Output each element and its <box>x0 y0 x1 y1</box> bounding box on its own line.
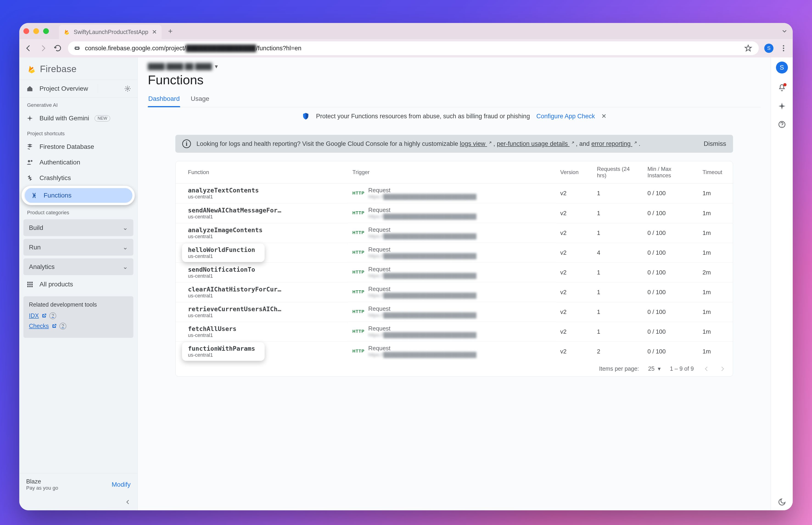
shield-icon <box>302 112 310 120</box>
svg-rect-16 <box>29 284 31 285</box>
link-checks[interactable]: Checks ? <box>29 322 128 330</box>
address-bar[interactable]: console.firebase.google.com/project/████… <box>68 41 759 55</box>
next-page[interactable] <box>719 365 726 372</box>
related-tools: Related development tools IDX ? Checks ? <box>24 296 133 338</box>
tab-close-icon[interactable]: ✕ <box>152 29 157 35</box>
prev-page[interactable] <box>703 365 710 372</box>
auth-icon <box>26 159 34 166</box>
configure-app-check[interactable]: Configure App Check <box>536 113 595 120</box>
svg-point-9 <box>31 160 33 162</box>
sidebar-item-label: Functions <box>44 192 72 199</box>
svg-rect-13 <box>29 282 31 283</box>
plan-row: Blaze Pay as you go Modify <box>19 473 138 496</box>
new-tab-button[interactable]: + <box>165 27 176 35</box>
forward-button[interactable] <box>38 44 48 53</box>
crashlytics-icon <box>26 175 34 181</box>
sidebar-item-firestore[interactable]: Firestore Database <box>19 139 138 154</box>
minimize-window[interactable] <box>33 28 39 34</box>
firestore-icon <box>26 143 34 150</box>
collapse-sidebar[interactable] <box>19 496 138 510</box>
sparkle-icon[interactable] <box>778 102 786 110</box>
category-label: Build <box>29 224 43 231</box>
external-link-icon <box>52 324 57 329</box>
category-analytics[interactable]: Analytics⌄ <box>24 258 133 275</box>
browser-menu-icon[interactable] <box>779 44 788 53</box>
sidebar-footer: Blaze Pay as you go Modify <box>19 473 138 510</box>
all-products[interactable]: All products <box>19 276 138 292</box>
maximize-window[interactable] <box>43 28 49 34</box>
grid-icon <box>26 281 34 288</box>
breadcrumb[interactable]: ████ ████ ██ ████ ▾ <box>148 63 761 70</box>
svg-rect-12 <box>27 282 29 283</box>
browser-tab[interactable]: SwiftyLaunchProductTestApp ✕ <box>59 25 161 39</box>
link-error-reporting[interactable]: error reporting <box>591 140 637 147</box>
http-badge: HTTP <box>352 309 364 314</box>
banner-text: Looking for logs and health reporting? V… <box>197 140 640 147</box>
functions-icon <box>31 192 38 199</box>
sidebar-item-crashlytics[interactable]: Crashlytics <box>19 170 138 186</box>
table-row[interactable]: sendANewAIChatMessageForCurrentU…us-cent… <box>175 203 733 223</box>
site-info-icon[interactable] <box>74 45 80 51</box>
tab-usage[interactable]: Usage <box>190 92 210 107</box>
svg-rect-18 <box>27 286 29 287</box>
category-label: Run <box>29 244 41 251</box>
settings-gear-icon[interactable] <box>124 85 131 92</box>
close-icon[interactable]: ✕ <box>601 112 607 120</box>
appcheck-text: Protect your Functions resources from ab… <box>316 113 530 120</box>
link-logs-view[interactable]: logs view <box>460 140 492 147</box>
related-tools-title: Related development tools <box>29 301 128 308</box>
plan-name: Blaze <box>26 478 58 485</box>
close-window[interactable] <box>24 28 29 34</box>
col-trigger: Trigger <box>348 161 556 183</box>
ipp-select[interactable]: 25 ▾ <box>648 365 661 372</box>
profile-avatar[interactable]: S <box>764 44 774 53</box>
modify-plan[interactable]: Modify <box>112 481 130 488</box>
page-range: 1 – 9 of 9 <box>670 365 694 372</box>
build-with-gemini[interactable]: Build with Gemini NEW <box>19 110 138 126</box>
project-overview[interactable]: Project Overview <box>19 80 138 97</box>
page-title: Functions <box>148 72 761 87</box>
category-label: Analytics <box>29 263 54 271</box>
http-badge: HTTP <box>352 289 364 295</box>
brand-row[interactable]: Firebase <box>19 57 138 80</box>
link-usage-details[interactable]: per-function usage details <box>497 140 574 147</box>
http-badge: HTTP <box>352 270 364 275</box>
category-run[interactable]: Run⌄ <box>24 239 133 256</box>
svg-rect-20 <box>31 286 33 287</box>
svg-point-8 <box>28 160 30 162</box>
external-link-icon <box>632 141 637 146</box>
table-row[interactable]: analyzeTextContentsus-central1HTTPReques… <box>175 183 733 204</box>
table-row[interactable]: helloWorldFunctionus-central1HTTPRequest… <box>175 243 733 262</box>
table-row[interactable]: retrieveCurrentUsersAIChatMessag…us-cent… <box>175 302 733 322</box>
svg-rect-19 <box>29 286 31 287</box>
link-idx[interactable]: IDX ? <box>29 312 128 319</box>
svg-rect-15 <box>27 284 29 285</box>
bookmark-star-icon[interactable] <box>744 44 753 53</box>
account-avatar[interactable]: S <box>776 62 788 74</box>
table-row[interactable]: fetchAllUsersus-central1HTTPRequesthttps… <box>175 322 733 342</box>
table-row[interactable]: functionWithParamsus-central1HTTPRequest… <box>175 342 733 361</box>
notifications-icon[interactable] <box>778 84 786 92</box>
tab-dashboard[interactable]: Dashboard <box>148 92 180 107</box>
help-icon[interactable]: ? <box>60 323 66 330</box>
sidebar-item-functions[interactable]: Functions <box>19 188 135 203</box>
table-row[interactable]: clearAIChatHistoryForCurrentUserus-centr… <box>175 282 733 302</box>
url-bar: console.firebase.google.com/project/████… <box>19 39 793 57</box>
info-icon: i <box>182 139 191 148</box>
reload-button[interactable] <box>53 44 62 53</box>
tabs-overflow-icon[interactable] <box>780 27 788 35</box>
back-button[interactable] <box>24 44 33 53</box>
dismiss-banner[interactable]: Dismiss <box>704 140 726 147</box>
shortcuts-label: Project shortcuts <box>19 126 138 139</box>
plan-sub: Pay as you go <box>26 485 58 491</box>
theme-toggle-icon[interactable] <box>778 498 786 506</box>
sidebar-item-auth[interactable]: Authentication <box>19 154 138 170</box>
help-icon[interactable] <box>778 120 786 129</box>
table-row[interactable]: sendNotificationTous-central1HTTPRequest… <box>175 262 733 282</box>
col-timeout: Timeout <box>698 161 733 183</box>
help-icon[interactable]: ? <box>49 312 56 319</box>
category-build[interactable]: Build⌄ <box>24 219 133 236</box>
table-row[interactable]: analyzeImageContentsus-central1HTTPReque… <box>175 223 733 243</box>
logs-banner: i Looking for logs and health reporting?… <box>175 135 733 153</box>
chevron-down-icon: ⌄ <box>123 224 128 231</box>
